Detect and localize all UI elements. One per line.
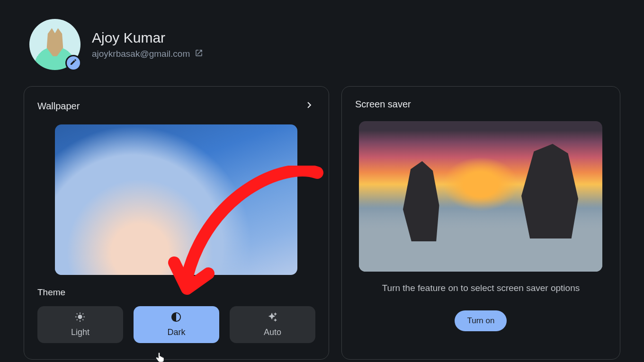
wallpaper-image [55,124,297,275]
wallpaper-card: Wallpaper Theme Light Dark [24,86,329,360]
theme-auto-button[interactable]: Auto [230,306,315,343]
theme-dark-button[interactable]: Dark [134,306,219,343]
contrast-icon [171,312,181,325]
screensaver-card: Screen saver Turn the feature on to sele… [341,86,620,360]
profile-name: Ajoy Kumar [92,30,203,46]
wallpaper-title: Wallpaper [37,101,80,112]
screensaver-hint: Turn the feature on to select screen sav… [355,283,607,293]
theme-light-label: Light [71,327,89,337]
profile-email: ajoykrbasak@gmail.com [92,49,190,59]
sparkle-icon [267,312,277,325]
theme-auto-label: Auto [264,327,281,337]
profile-avatar[interactable] [29,19,80,70]
theme-dark-label: Dark [167,327,185,337]
turn-on-button[interactable]: Turn on [455,310,507,331]
profile-email-link[interactable]: ajoykrbasak@gmail.com [92,49,203,60]
theme-label: Theme [37,287,315,298]
chevron-right-icon [303,99,315,113]
sun-icon [75,312,85,325]
edit-avatar-button[interactable] [65,55,81,71]
screensaver-preview [359,121,602,272]
screensaver-title: Screen saver [355,99,411,110]
theme-light-button[interactable]: Light [37,306,123,343]
wallpaper-preview[interactable] [55,124,297,275]
wallpaper-header[interactable]: Wallpaper [37,99,315,113]
external-link-icon [195,49,203,60]
screensaver-image [359,121,602,272]
pencil-icon [70,58,77,68]
